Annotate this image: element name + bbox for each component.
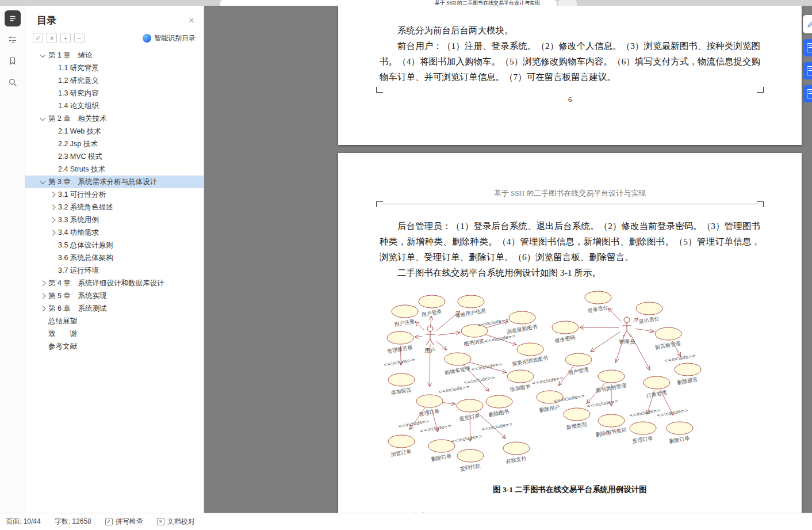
toc-item-label: 1.4 论文组织 <box>58 101 99 111</box>
window-tab-strip: 基于 SSH 的二手图书在线交易平台设计与实现 <box>0 0 812 6</box>
toc-item[interactable]: 1.3 研究内容 <box>25 87 204 100</box>
diagram-edge <box>431 316 431 328</box>
usecase-label: 登录后台 <box>587 304 608 314</box>
chevron-placeholder <box>48 63 57 73</box>
float-app-button-2[interactable] <box>803 62 812 79</box>
usecase-node: 留言板管理 <box>654 327 681 350</box>
close-icon[interactable]: × <box>189 16 194 25</box>
chevron-right-icon[interactable] <box>48 190 57 199</box>
usecase-label: 在线支付 <box>505 455 527 464</box>
toc-item[interactable]: 第 1 章 绪论 <box>25 49 204 62</box>
actor-label: 管理员 <box>619 338 635 345</box>
search-button[interactable] <box>5 74 21 90</box>
paragraph: 后台管理员：（1）登录后台系统、退出后台系统。（2）修改当前登录密码。（3）管理… <box>380 204 760 265</box>
include-label: <<include>> <box>484 333 516 344</box>
toc-item[interactable]: 参考文献 <box>25 340 204 353</box>
toc-item[interactable]: 第 4 章 系统详细设计和数据库设计 <box>25 277 204 289</box>
app-doc-icon <box>807 66 812 75</box>
float-app-button-3[interactable] <box>803 85 812 102</box>
toc-item[interactable]: 第 2 章 相关技术 <box>25 112 204 125</box>
chevron-down-icon[interactable] <box>38 114 47 123</box>
usecase-node: 退出后台 <box>636 302 662 325</box>
expand-node-icon[interactable]: + <box>60 33 71 43</box>
include-label: <<include>> <box>664 353 696 364</box>
chevron-down-icon[interactable] <box>38 177 47 186</box>
toc-item-label: 第 5 章 系统实现 <box>48 291 106 301</box>
outline-icon <box>8 14 17 23</box>
toc-item[interactable]: 3.3 系统用例 <box>25 213 204 226</box>
chevron-placeholder <box>48 101 57 110</box>
smart-toc-button[interactable]: 智能识别目录 <box>143 33 196 43</box>
chevron-right-icon[interactable] <box>38 291 47 300</box>
chevron-right-icon[interactable] <box>38 304 47 313</box>
new-tab-stub[interactable] <box>558 0 577 6</box>
toc-item[interactable]: 第 3 章 系统需求分析与总体设计 <box>25 176 204 188</box>
annotation-list-button[interactable] <box>5 32 21 48</box>
toc-item[interactable]: 3.5 总体设计原则 <box>25 239 204 251</box>
spellcheck-icon: ✓ <box>105 518 113 525</box>
chevron-placeholder <box>48 165 57 174</box>
pen-icon <box>807 20 812 28</box>
toc-item[interactable]: 3.4 功能需求 <box>25 226 204 239</box>
toc-item-label: 2.4 Struts 技术 <box>58 165 105 174</box>
chevron-right-icon[interactable] <box>48 203 57 212</box>
proofread-label: 文档校对 <box>167 517 195 527</box>
chevron-down-icon[interactable] <box>38 51 47 60</box>
document-scroll-area[interactable]: 系统分为前台后台两大模块。 前台用户：（1）注册、登录系统。（2）修改个人信息。… <box>204 6 812 513</box>
proofread-toggle[interactable]: × 文档校对 <box>157 517 195 527</box>
toc-item-label: 3.6 系统总体架构 <box>58 253 113 263</box>
toc-item[interactable]: 2.3 MVC 模式 <box>25 150 204 163</box>
chevron-right-icon[interactable] <box>38 279 47 288</box>
bookmark-button[interactable] <box>5 53 21 69</box>
diagram-edge <box>608 308 621 322</box>
toc-item[interactable]: 第 5 章 系统实现 <box>25 289 204 302</box>
chevron-placeholder <box>48 253 57 262</box>
toc-item[interactable]: 总结展望 <box>25 315 204 327</box>
toc-item[interactable]: 3.7 运行环境 <box>25 264 204 277</box>
smart-toc-label: 智能识别目录 <box>154 33 196 43</box>
diagram-edge <box>635 329 654 331</box>
toc-item[interactable]: 1.2 研究意义 <box>25 74 204 87</box>
chevron-right-icon[interactable] <box>48 228 57 237</box>
toc-item-label: 3.5 总体设计原则 <box>58 241 113 250</box>
outline-panel-button[interactable] <box>5 10 21 26</box>
usecase-label: 删除留言 <box>677 376 698 386</box>
usecase-node: 新增类别 <box>564 408 590 430</box>
toc-item[interactable]: 3.1 可行性分析 <box>25 188 204 201</box>
spellcheck-label: 拼写检查 <box>116 517 143 527</box>
document-tab[interactable]: 基于 SSH 的二手图书在线交易平台设计与实现 <box>220 0 557 6</box>
toc-toolbar: ✓∧+− <box>33 33 88 43</box>
checklist-icon <box>8 35 17 44</box>
select-all-icon[interactable]: ✓ <box>33 33 43 43</box>
include-label: <<include>> <box>450 433 483 444</box>
document-page-6: 系统分为前台后台两大模块。 前台用户：（1）注册、登录系统。（2）修改个人信息。… <box>338 6 802 145</box>
include-label: <<include>> <box>656 407 689 418</box>
include-label: <<include>> <box>477 317 510 328</box>
usecase-label: 管理订单 <box>419 408 440 417</box>
toc-item[interactable]: 3.2 系统角色描述 <box>25 201 204 213</box>
float-panel-button[interactable] <box>803 15 812 33</box>
toc-item[interactable]: 2.1 Web 技术 <box>25 125 204 138</box>
chevron-right-icon[interactable] <box>48 215 57 224</box>
usecase-node: 货到付款 <box>457 449 484 472</box>
chevron-placeholder <box>48 241 57 250</box>
toc-item[interactable]: 3.6 系统总体架构 <box>25 251 204 264</box>
paragraph: 二手图书在线交易平台系统用例设计如图 3-1 所示。 <box>380 265 760 280</box>
usecase-node: 图书浏览 <box>461 325 488 347</box>
float-app-button-1[interactable] <box>803 39 812 56</box>
spellcheck-toggle[interactable]: ✓ 拼写检查 <box>105 517 143 527</box>
usecase-label: 退出后台 <box>638 315 660 325</box>
collapse-node-icon[interactable]: − <box>74 33 85 43</box>
usecase-node: 用户注册 <box>392 305 418 327</box>
proofread-icon: × <box>157 518 164 525</box>
collapse-all-icon[interactable]: ∧ <box>47 33 57 43</box>
toc-item[interactable]: 2.2 Jsp 技术 <box>25 138 204 150</box>
toc-item-label: 1.3 研究内容 <box>58 89 99 98</box>
application-window: 基于 SSH 的二手图书在线交易平台设计与实现 <box>0 0 812 530</box>
toc-item[interactable]: 第 6 章 系统测试 <box>25 302 204 315</box>
toc-item[interactable]: 1.1 研究背景 <box>25 62 204 74</box>
toc-item[interactable]: 2.4 Struts 技术 <box>25 163 204 176</box>
toc-item[interactable]: 1.4 论文组织 <box>25 100 204 112</box>
toc-item[interactable]: 致 谢 <box>25 327 204 340</box>
usecase-label: 添加图书 <box>510 383 531 392</box>
